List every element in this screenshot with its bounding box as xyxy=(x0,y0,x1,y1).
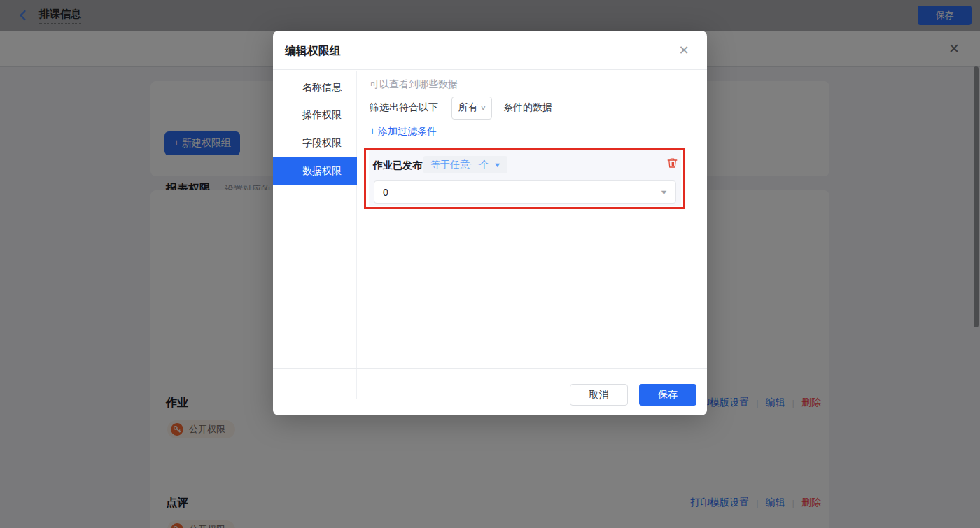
chevron-down-icon: ∨ xyxy=(479,104,486,111)
trash-icon[interactable] xyxy=(666,157,679,170)
caret-down-icon: ▼ xyxy=(659,189,668,196)
cancel-button[interactable]: 取消 xyxy=(570,384,628,406)
tab-action-permission[interactable]: 操作权限 xyxy=(273,101,357,129)
add-filter-condition-link[interactable]: + 添加过滤条件 xyxy=(370,125,437,138)
condition-value: 0 xyxy=(383,187,388,198)
condition-value-select[interactable]: 0 ▼ xyxy=(374,180,676,204)
modal-tab-list: 名称信息 操作权限 字段权限 数据权限 xyxy=(273,71,357,399)
match-mode-select[interactable]: 所有 ∨ xyxy=(451,97,492,120)
modal-close-icon[interactable]: ✕ xyxy=(676,42,692,59)
condition-operator-value: 等于任意一个 xyxy=(430,159,489,171)
filter-condition-panel: 作业已发布 等于任意一个 ▼ 0 ▼ xyxy=(369,150,681,206)
tab-field-permission[interactable]: 字段权限 xyxy=(273,129,357,157)
modal-header: 编辑权限组 ✕ xyxy=(273,31,707,70)
modal-footer: 取消 保存 xyxy=(273,368,707,415)
modal-title: 编辑权限组 xyxy=(285,44,341,59)
match-mode-value: 所有 xyxy=(458,101,478,114)
edit-permission-group-modal: 编辑权限组 ✕ 名称信息 操作权限 字段权限 数据权限 可以查看到哪些数据 筛选… xyxy=(273,31,707,415)
tab-name-info[interactable]: 名称信息 xyxy=(273,73,357,101)
data-permission-hint: 可以查看到哪些数据 xyxy=(370,78,458,91)
filter-match-row: 筛选出符合以下 所有 ∨ 条件的数据 xyxy=(370,95,552,120)
save-button[interactable]: 保存 xyxy=(639,384,696,406)
condition-field-label: 作业已发布 xyxy=(373,157,422,173)
data-permission-panel: 可以查看到哪些数据 筛选出符合以下 所有 ∨ 条件的数据 + 添加过滤条件 作业… xyxy=(358,71,707,399)
filter-prefix-label: 筛选出符合以下 xyxy=(370,101,438,114)
filter-suffix-label: 条件的数据 xyxy=(503,101,552,114)
tab-data-permission[interactable]: 数据权限 xyxy=(273,157,357,185)
condition-operator-select[interactable]: 等于任意一个 ▼ xyxy=(424,156,507,173)
caret-down-icon: ▼ xyxy=(493,162,502,169)
